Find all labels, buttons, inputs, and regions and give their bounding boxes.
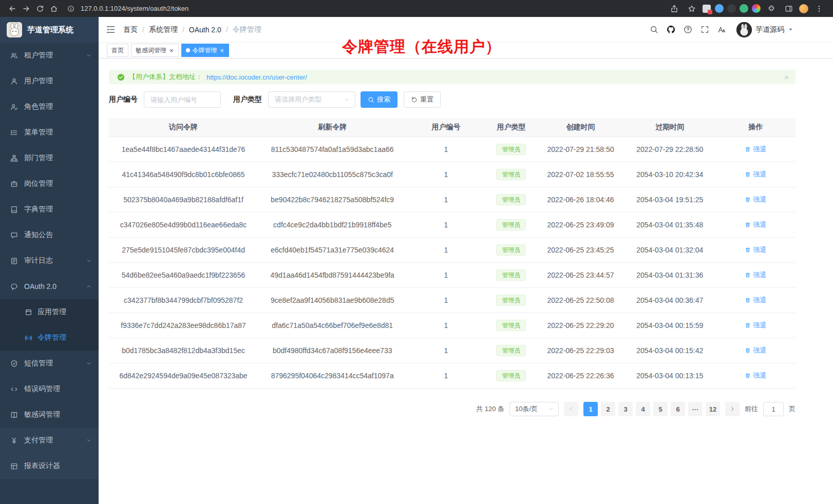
forward-icon[interactable] [19, 3, 33, 15]
breadcrumb-item: 令牌管理 [233, 25, 261, 34]
sidebar-item[interactable]: 字典管理 [0, 197, 99, 222]
extension-icon-colorful[interactable] [752, 4, 761, 13]
tab-close-icon[interactable]: × [220, 47, 225, 54]
sidebar-item[interactable]: 用户管理 [0, 68, 99, 94]
refresh-icon[interactable] [33, 3, 47, 15]
site-info-icon[interactable] [64, 3, 78, 15]
sidebar-item-label: OAuth 2.0 [24, 282, 56, 290]
page-button[interactable]: 6 [671, 402, 685, 416]
extension-badge [708, 10, 712, 14]
browser-menu-icon[interactable] [812, 3, 826, 15]
sidebar-item-label: 用户管理 [24, 76, 53, 86]
address-bar[interactable]: 127.0.0.1:1024/system/oauth2/token [61, 3, 667, 15]
force-logout-button[interactable]: 强退 [745, 346, 766, 355]
sidebar-item[interactable]: 部门管理 [0, 145, 99, 171]
refresh-icon [411, 96, 418, 103]
sidebar-item-label: 字典管理 [24, 205, 53, 214]
back-icon[interactable] [5, 3, 19, 15]
audit-log-icon [10, 257, 18, 265]
force-logout-button[interactable]: 强退 [745, 321, 766, 330]
sidebar-item[interactable]: 审计日志 [0, 248, 99, 274]
url-text: 127.0.0.1:1024/system/oauth2/token [81, 5, 188, 12]
app-logo[interactable]: 芋道管理系统 [0, 17, 99, 43]
jump-label: 前往 [745, 404, 758, 414]
sidebar-item[interactable]: 岗位管理 [0, 171, 99, 197]
sidebar-item[interactable]: 支付管理 [0, 428, 99, 453]
app-title: 芋道管理系统 [27, 25, 73, 35]
page-ellipsis[interactable]: ··· [688, 402, 703, 416]
pagination: 共 120 条 10条/页 123456···12 前往 页 [109, 402, 796, 416]
sidebar-item[interactable]: 短信管理 [0, 351, 99, 376]
total-count: 共 120 条 [476, 404, 504, 414]
page-button[interactable]: 2 [601, 402, 615, 416]
force-logout-button[interactable]: 强退 [745, 170, 766, 179]
user-dropdown[interactable]: 芋道源码 [736, 22, 793, 37]
sidebar-item[interactable]: 应用管理 [0, 299, 99, 325]
active-tab-dot [186, 48, 190, 52]
sidebar-item[interactable]: 令牌管理 [0, 325, 99, 351]
created-time-cell: 2022-06-25 22:29:20 [537, 313, 623, 338]
prev-page-button[interactable] [564, 402, 578, 416]
sidebar-item-label: 岗位管理 [24, 179, 53, 188]
search-icon[interactable] [650, 25, 658, 34]
table-row: 54d6be82ee5a460a9aedc1f9bf22365649d1aa46… [109, 263, 796, 288]
delete-icon [745, 247, 751, 253]
breadcrumb-item[interactable]: 系统管理 [149, 25, 178, 34]
force-logout-button[interactable]: 强退 [745, 270, 766, 280]
page-button[interactable]: 4 [636, 402, 650, 416]
sidebar-item[interactable]: OAuth 2.0 [0, 274, 99, 299]
github-icon[interactable] [667, 25, 675, 34]
font-size-icon[interactable] [717, 25, 726, 34]
sidebar-collapse-icon[interactable] [106, 25, 116, 34]
extensions-puzzle-icon[interactable] [764, 3, 778, 15]
extension-icon-dark[interactable] [727, 4, 736, 13]
page-button[interactable]: 3 [618, 402, 633, 416]
extension-icon-badged[interactable] [702, 4, 711, 13]
user-id-cell: 1 [407, 263, 485, 287]
bookmark-star-icon[interactable] [685, 3, 698, 15]
extension-icon-green[interactable] [740, 4, 748, 13]
user-id-input[interactable] [144, 91, 221, 108]
force-logout-button[interactable]: 强退 [745, 145, 766, 154]
sidebar-item[interactable]: 错误码管理 [0, 376, 99, 402]
created-time-cell: 2022-06-26 18:04:46 [537, 187, 623, 212]
share-icon[interactable] [667, 3, 681, 15]
view-tab[interactable]: 首页 [107, 44, 128, 57]
tab-close-icon[interactable]: × [169, 47, 174, 54]
home-icon[interactable] [47, 3, 61, 15]
tab-label: 敏感词管理 [136, 46, 166, 55]
token-table: 访问令牌刷新令牌用户编号用户类型创建时间过期时间操作 1ea5e44f8bc14… [109, 118, 796, 389]
breadcrumb-item[interactable]: 首页 [123, 25, 138, 34]
sidebar-item[interactable]: 报表设计器 [0, 453, 99, 479]
force-logout-button[interactable]: 强退 [745, 245, 766, 255]
page-button[interactable]: 5 [653, 402, 668, 416]
alert-close-icon[interactable]: × [784, 73, 789, 81]
view-tab[interactable]: 令牌管理× [181, 44, 230, 57]
force-logout-button[interactable]: 强退 [745, 195, 766, 204]
next-page-button[interactable] [725, 402, 740, 416]
browser-profile-avatar[interactable] [799, 4, 808, 13]
alert-doc-link[interactable]: https://doc.iocoder.cn/user-center/ [206, 73, 307, 81]
sidebar-item[interactable]: 租户管理 [0, 43, 99, 68]
page-button[interactable]: 1 [583, 402, 598, 416]
page-button[interactable]: 12 [706, 402, 720, 416]
sidebar-item[interactable]: 通知公告 [0, 222, 99, 248]
user-type-select[interactable]: 请选择用户类型 [268, 91, 355, 108]
fullscreen-icon[interactable] [701, 25, 709, 34]
help-icon[interactable] [684, 25, 692, 34]
extension-icon-blue[interactable] [715, 4, 724, 13]
force-logout-button[interactable]: 强退 [745, 371, 766, 380]
force-logout-button[interactable]: 强退 [745, 296, 766, 305]
page-size-select[interactable]: 10条/页 [509, 402, 559, 416]
reset-button[interactable]: 重置 [404, 91, 441, 108]
jump-page-input[interactable] [763, 402, 784, 416]
breadcrumb-item[interactable]: OAuth 2.0 [189, 26, 221, 34]
force-logout-button[interactable]: 强退 [745, 220, 766, 229]
search-button[interactable]: 搜索 [361, 91, 397, 108]
sidebar-item-label: 应用管理 [37, 307, 66, 317]
side-panel-icon[interactable] [782, 3, 796, 15]
sidebar-item[interactable]: 敏感词管理 [0, 402, 99, 428]
sidebar-item[interactable]: 角色管理 [0, 94, 99, 120]
view-tab[interactable]: 敏感词管理× [131, 44, 179, 57]
sidebar-item[interactable]: 菜单管理 [0, 120, 99, 145]
